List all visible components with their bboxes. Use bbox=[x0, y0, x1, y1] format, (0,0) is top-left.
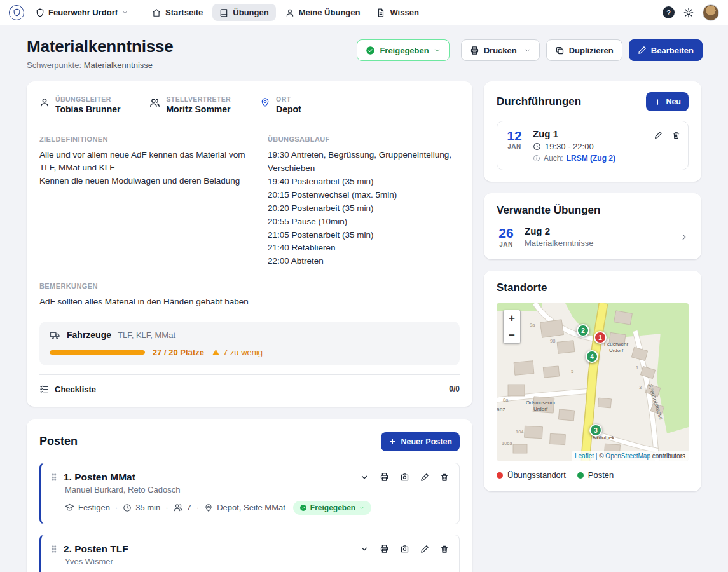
verwandte-title: Verwandte Übungen bbox=[497, 204, 689, 217]
delete-icon[interactable] bbox=[440, 545, 449, 554]
deputy-label: STELLVERTRETER bbox=[166, 95, 231, 103]
also-link[interactable]: LRSM (Zug 2) bbox=[567, 154, 615, 163]
leaflet-link[interactable]: Leaflet bbox=[575, 453, 594, 460]
map[interactable]: Feuerwehr Urdorf Ortsmuseum Urdorf Bibli… bbox=[497, 303, 689, 461]
workspace-selector[interactable]: Feuerwehr Urdorf bbox=[31, 4, 134, 20]
nav-item-uebungen[interactable]: Übungen bbox=[212, 4, 275, 21]
posten-item-title: 2. Posten TLF bbox=[64, 543, 128, 555]
durchfuehrung-time: 19:30 - 22:00 bbox=[545, 142, 594, 151]
users-icon bbox=[149, 97, 160, 108]
legend-posten: Posten bbox=[577, 470, 614, 480]
copyright-symbol: © bbox=[599, 453, 603, 460]
zoom-out-button[interactable]: − bbox=[504, 327, 520, 343]
new-durchfuehrung-button[interactable]: Neu bbox=[646, 92, 689, 111]
vehicles-list: TLF, KLF, MMat bbox=[118, 330, 175, 340]
info-location: ORT Depot bbox=[260, 95, 301, 114]
map-pin-icon bbox=[260, 97, 270, 107]
nav-label: Startseite bbox=[165, 8, 203, 17]
edit-icon[interactable] bbox=[420, 545, 429, 554]
separator: · bbox=[115, 503, 118, 512]
nav-item-startseite[interactable]: Startseite bbox=[145, 4, 210, 21]
print-button[interactable]: Drucken bbox=[461, 39, 540, 61]
header-actions: Freigegeben Drucken Duplizieren Bearbeit… bbox=[357, 39, 703, 61]
map-label-museum: Ortsmuseum Urdorf bbox=[519, 400, 561, 412]
user-avatar[interactable] bbox=[703, 4, 719, 21]
posten-item-1: 1. Posten MMat Manuel Burkard, Reto Cado… bbox=[39, 463, 460, 524]
print-icon[interactable] bbox=[380, 544, 389, 554]
vehicles-label: Fahrzeuge bbox=[67, 330, 111, 340]
stage-label: Festigen bbox=[78, 503, 110, 512]
clock-icon bbox=[533, 142, 541, 151]
verwandte-item[interactable]: 26 JAN Zug 2 Materialkenntnisse bbox=[497, 226, 689, 248]
map-label-fire-station: Feuerwehr Urdorf bbox=[600, 341, 633, 354]
marker-number: 2 bbox=[581, 327, 585, 334]
theme-toggle-button[interactable] bbox=[683, 8, 694, 18]
count-label: 7 bbox=[187, 503, 191, 512]
chevron-down-icon[interactable] bbox=[524, 47, 531, 54]
map-marker-posten-3[interactable]: 3 bbox=[589, 424, 602, 437]
location-label: ORT bbox=[276, 95, 301, 103]
status-dropdown-button[interactable]: Freigegeben bbox=[357, 39, 449, 61]
user-icon bbox=[39, 97, 50, 107]
new-durchfuehrung-label: Neu bbox=[666, 97, 681, 106]
schedule-section: ÜBUNGSABLAUF 19:30 Antreten, Begrüssung,… bbox=[268, 135, 460, 268]
schedule-line: 19:30 Antreten, Begrüssung, Gruppeneinte… bbox=[268, 149, 460, 175]
new-posten-button[interactable]: Neuer Posten bbox=[381, 432, 460, 451]
collapse-icon[interactable] bbox=[360, 473, 369, 482]
posten-people: Yves Wismer bbox=[65, 557, 449, 566]
collapse-icon[interactable] bbox=[360, 545, 369, 554]
nav-item-wissen[interactable]: Wissen bbox=[369, 4, 425, 21]
nav-item-meine-uebungen[interactable]: Meine Übungen bbox=[278, 4, 367, 21]
map-marker-posten-2[interactable]: 2 bbox=[577, 324, 589, 337]
date-day: 12 bbox=[505, 128, 524, 143]
chevron-right-icon bbox=[680, 233, 689, 242]
goal-line: Alle und vor allem neue AdF kennen das M… bbox=[39, 149, 246, 175]
house-number: 1 bbox=[636, 365, 638, 371]
edit-label: Bearbeiten bbox=[651, 46, 694, 55]
camera-icon[interactable] bbox=[400, 544, 409, 554]
delete-icon[interactable] bbox=[440, 473, 449, 482]
osm-link[interactable]: OpenStreetMap bbox=[605, 453, 650, 460]
map-label-library: Bibliothek bbox=[584, 435, 622, 441]
map-marker-uebungsstandort-1[interactable]: 1 bbox=[594, 331, 607, 344]
edit-button[interactable]: Bearbeiten bbox=[629, 39, 703, 61]
delete-icon[interactable] bbox=[672, 131, 680, 139]
edit-icon[interactable] bbox=[654, 131, 663, 139]
map-attribution: Leaflet | © OpenStreetMap contributors bbox=[572, 451, 689, 461]
print-icon[interactable] bbox=[380, 472, 389, 482]
zoom-in-button[interactable]: + bbox=[504, 310, 520, 327]
posten-status-dropdown[interactable]: Freigegeben bbox=[293, 501, 371, 515]
warning-icon bbox=[212, 348, 220, 357]
camera-icon[interactable] bbox=[400, 472, 409, 482]
stage-meta: Festigen bbox=[65, 503, 110, 512]
duplicate-label: Duplizieren bbox=[569, 46, 614, 55]
divider bbox=[39, 126, 460, 126]
marker-number: 1 bbox=[598, 334, 602, 341]
edit-icon[interactable] bbox=[420, 473, 429, 482]
green-dot-icon bbox=[577, 472, 584, 479]
goal-line: Kennen die neuen Modulwagen und deren Be… bbox=[39, 175, 246, 187]
subtitle-value: Materialkenntnisse bbox=[84, 60, 153, 70]
plus-icon bbox=[654, 98, 662, 106]
info-row: ÜBUNGSLEITER Tobias Brunner STELLVERTRET… bbox=[39, 94, 460, 117]
marker-number: 3 bbox=[594, 427, 598, 434]
checklist-row[interactable]: Checkliste 0/0 bbox=[39, 374, 460, 394]
remarks-text: AdF sollten alles Material in den Händen… bbox=[39, 296, 460, 308]
duplicate-button[interactable]: Duplizieren bbox=[546, 39, 622, 61]
page-subtitle: Schwerpunkte: Materialkenntnisse bbox=[27, 60, 174, 70]
map-marker-posten-4[interactable]: 4 bbox=[586, 350, 598, 363]
help-button[interactable]: ? bbox=[663, 6, 675, 18]
pencil-icon bbox=[638, 46, 647, 55]
leader-label: ÜBUNGSLEITER bbox=[55, 95, 120, 103]
duration-meta: 35 min bbox=[123, 503, 160, 512]
date-block: 12 JAN bbox=[505, 128, 524, 163]
drag-handle-icon[interactable] bbox=[50, 545, 58, 554]
truck-icon bbox=[50, 330, 60, 341]
count-meta: 7 bbox=[174, 503, 191, 512]
capacity-bar bbox=[50, 350, 145, 355]
checklist-label: Checkliste bbox=[55, 385, 96, 394]
posten-card: Posten Neuer Posten 1. Posten MMat bbox=[27, 419, 472, 572]
drag-handle-icon[interactable] bbox=[50, 473, 58, 482]
map-zoom-control: + − bbox=[503, 310, 521, 344]
durchfuehrung-item: 12 JAN Zug 1 19:30 - 22:00 Auch: LRSM (Z… bbox=[497, 121, 689, 170]
